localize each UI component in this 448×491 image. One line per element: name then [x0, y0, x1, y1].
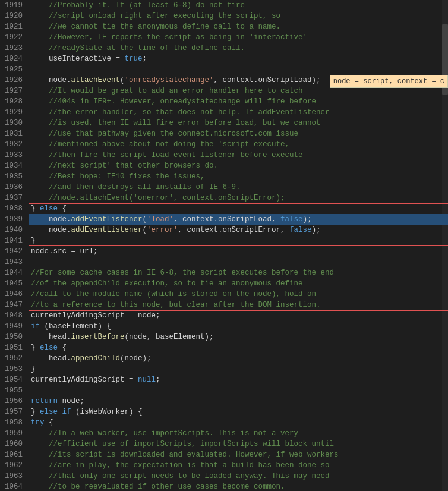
code-line: //the error handler, so that does not he… [29, 107, 448, 118]
line-number: 1958 [2, 417, 23, 428]
line-number: 1953 [2, 364, 23, 374]
line-number: 1932 [2, 139, 23, 150]
code-line: //readyState at the time of the define c… [29, 43, 448, 53]
line-number: 1961 [2, 449, 23, 460]
code-line: currentlyAddingScript = null; [29, 374, 448, 385]
code-line: //to be reevaluated if other use cases b… [29, 481, 448, 491]
line-number: 1924 [2, 53, 23, 64]
line-number: 1946 [2, 289, 23, 300]
line-number: 1939 [2, 214, 23, 225]
code-editor: 1919192019211922192319241925192619271928… [0, 0, 448, 491]
code-line: node.addEventListener('error', context.o… [29, 225, 448, 235]
line-number: 1925 [2, 64, 23, 75]
code-line: //use that pathway given the connect.mic… [29, 128, 448, 139]
code-line: //call to the module name (which is stor… [29, 289, 448, 300]
line-number: 1921 [2, 21, 23, 32]
line-number: 1951 [2, 342, 23, 353]
line-number: 1956 [2, 396, 23, 407]
line-number: 1938 [2, 203, 23, 214]
code-line: //node.attachEvent('onerror', context.on… [29, 193, 448, 203]
tooltip: node = script, context = c [330, 75, 448, 88]
line-number: 1920 [2, 11, 23, 21]
line-number: 1952 [2, 353, 23, 364]
code-line: node.src = url; [29, 246, 448, 257]
line-number: 1919 [2, 0, 23, 11]
line-number: 1962 [2, 460, 23, 471]
code-line: //its script is downloaded and evaluated… [29, 449, 448, 460]
code-line: //404s in IE9+. However, onreadystatecha… [29, 96, 448, 107]
line-number: 1945 [2, 278, 23, 289]
code-line: //Probably it. If (at least 6-8) do not … [29, 0, 448, 11]
code-line: //are in play, the expectation is that a… [29, 460, 448, 471]
code-line: } else if (isWebWorker) { [29, 407, 448, 417]
code-line: node.attachEvent('onreadystatechange', c… [29, 75, 448, 86]
code-line: return node; [29, 396, 448, 407]
line-number: 1950 [2, 332, 23, 342]
code-line: //In a web worker, use importScripts. Th… [29, 428, 448, 439]
line-number: 1942 [2, 246, 23, 257]
line-number: 1941 [2, 235, 23, 246]
line-number: 1948 [2, 310, 23, 321]
code-line: //to a reference to this node, but clear… [29, 300, 448, 310]
line-number: 1931 [2, 128, 23, 139]
line-number: 1935 [2, 171, 23, 182]
code-line: //script onload right after executing th… [29, 11, 448, 21]
code-area[interactable]: //Probably it. If (at least 6-8) do not … [29, 0, 448, 491]
line-number: 1937 [2, 193, 23, 203]
code-line: //Best hope: IE10 fixes the issues, [29, 171, 448, 182]
code-line: //then fire the script load event listen… [29, 150, 448, 160]
code-line [29, 385, 448, 396]
line-number: 1936 [2, 182, 23, 193]
code-line: //However, IE reports the script as bein… [29, 32, 448, 43]
code-line: head.insertBefore(node, baseElement); [29, 332, 448, 342]
line-number: 1933 [2, 150, 23, 160]
line-number: 1947 [2, 300, 23, 310]
line-number: 1928 [2, 96, 23, 107]
code-line: } [29, 235, 448, 246]
code-line: //For some cache cases in IE 6-8, the sc… [29, 267, 448, 278]
line-number: 1922 [2, 32, 23, 43]
code-line: } else { [29, 342, 448, 353]
line-number: 1923 [2, 43, 23, 53]
line-number: 1960 [2, 439, 23, 449]
line-number: 1944 [2, 267, 23, 278]
code-line: //next script' that other browsers do. [29, 160, 448, 171]
code-line [29, 64, 448, 75]
line-number: 1963 [2, 471, 23, 481]
line-number: 1954 [2, 374, 23, 385]
line-number: 1964 [2, 481, 23, 491]
code-line: //and then destroys all installs of IE 6… [29, 182, 448, 193]
code-line [29, 257, 448, 267]
line-number: 1955 [2, 385, 23, 396]
code-line: } else { [29, 203, 448, 214]
code-line: //we cannot tie the anonymous define cal… [29, 21, 448, 32]
line-number: 1949 [2, 321, 23, 332]
line-number: 1943 [2, 257, 23, 267]
code-line: node.addEventListener('load', context.on… [29, 214, 448, 225]
code-line: } [29, 364, 448, 374]
line-number: 1929 [2, 107, 23, 118]
line-number: 1934 [2, 160, 23, 171]
line-number: 1957 [2, 407, 23, 417]
line-number: 1930 [2, 118, 23, 128]
code-line: //is used, then IE will fire error befor… [29, 118, 448, 128]
code-line: head.appendChild(node); [29, 353, 448, 364]
code-line: //that only one script needs to be loade… [29, 471, 448, 481]
code-line: if (baseElement) { [29, 321, 448, 332]
code-line: //of the appendChild execution, so to ti… [29, 278, 448, 289]
code-line: currentlyAddingScript = node; [29, 310, 448, 321]
line-number: 1959 [2, 428, 23, 439]
line-numbers: 1919192019211922192319241925192619271928… [0, 0, 29, 491]
code-line: //efficient use of importScripts, import… [29, 439, 448, 449]
code-line: try { [29, 417, 448, 428]
code-line: useInteractive = true; [29, 53, 448, 64]
line-number: 1940 [2, 225, 23, 235]
line-number: 1926 [2, 75, 23, 86]
code-line: //mentioned above about not doing the 's… [29, 139, 448, 150]
line-number: 1927 [2, 86, 23, 96]
